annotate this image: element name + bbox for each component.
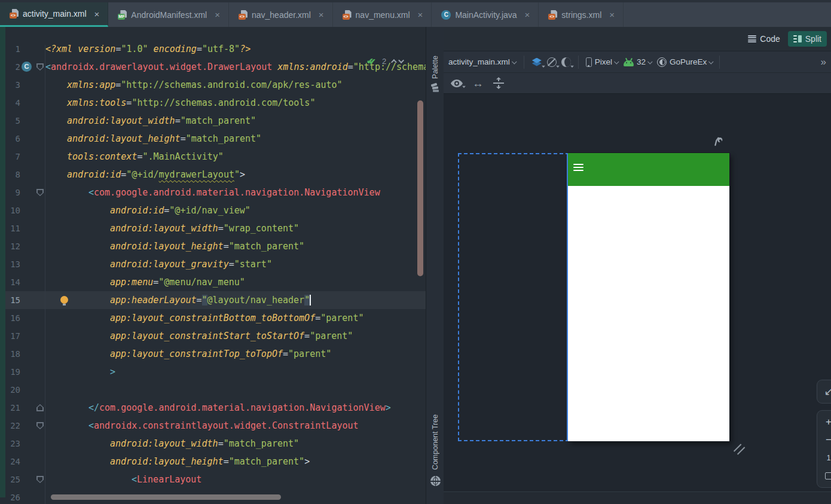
split-mode-button[interactable]: Split — [788, 31, 827, 47]
gutter — [20, 148, 45, 166]
code-line-12[interactable]: 12android:layout_height="match_parent" — [5, 237, 426, 255]
fold-marker-icon[interactable] — [36, 63, 44, 71]
pan-icon: ↙ — [824, 385, 831, 398]
layout-file-dropdown[interactable]: activity_main.xml — [448, 57, 517, 66]
intention-bulb-icon[interactable] — [60, 296, 68, 304]
code-editor[interactable]: 1<?xml version="1.0" encoding="utf-8"?>2… — [5, 27, 426, 504]
code-line-14[interactable]: 14app:menu="@menu/nav_menu" — [5, 273, 426, 291]
code-line-15[interactable]: 15app:headerLayout="@layout/nav_header" — [5, 291, 426, 309]
code-line-21[interactable]: 21</com.google.android.material.navigati… — [5, 399, 426, 417]
code-line-24[interactable]: 24android:layout_height="match_parent"> — [5, 453, 426, 471]
tab-nav-menu-xml[interactable]: <> nav_menu.xml × — [333, 2, 432, 27]
pan-view-button[interactable]: ↙ — [817, 380, 831, 404]
code-mode-button[interactable]: Code — [743, 31, 785, 47]
component-tree-tool-tab[interactable]: Component Tree — [426, 414, 444, 486]
close-icon[interactable]: × — [215, 10, 220, 19]
line-number: 19 — [5, 367, 20, 377]
code-line-17[interactable]: 17app:layout_constraintStart_toStartOf="… — [5, 327, 426, 345]
code-token: android:id — [67, 169, 121, 180]
code-token: < — [88, 420, 94, 431]
zoom-to-fit-button[interactable] — [817, 467, 831, 485]
code-line-8[interactable]: 8android:id="@+id/mydrawerLayout"> — [5, 166, 426, 184]
fold-marker-icon[interactable] — [36, 422, 44, 429]
code-line-13[interactable]: 13android:layout_gravity="start" — [5, 255, 426, 273]
code-text: app:headerLayout="@layout/nav_header" — [45, 291, 426, 309]
code-line-9[interactable]: 9<com.google.android.material.navigation… — [5, 184, 426, 201]
line-number: 3 — [5, 80, 20, 90]
code-line-6[interactable]: 6android:layout_height="match_parent" — [5, 130, 426, 148]
device-screen-preview[interactable] — [568, 153, 729, 441]
palette-tool-tab[interactable]: Palette — [426, 56, 444, 92]
orientation-dropdown[interactable] — [547, 57, 557, 67]
code-token: app:layout_constraintStart_toStartOf — [110, 331, 304, 341]
tab-mainactivity-java[interactable]: C MainActivity.java × — [432, 2, 539, 27]
tab-nav-header-xml[interactable]: <> nav_header.xml × — [229, 2, 333, 27]
code-line-18[interactable]: 18app:layout_constraintTop_toTopOf="pare… — [5, 345, 426, 363]
code-token: ?> — [240, 45, 250, 54]
chevron-down-icon — [708, 59, 713, 64]
zoom-in-button[interactable]: + — [817, 413, 831, 431]
code-line-16[interactable]: 16app:layout_constraintBottom_toBottomOf… — [5, 309, 426, 327]
line-number: 12 — [5, 242, 20, 251]
inspection-widget[interactable]: ✔✔ 2 — [366, 55, 404, 67]
wrench-icon[interactable] — [713, 136, 723, 148]
gutter: C — [20, 58, 45, 76]
code-line-5[interactable]: 5android:layout_width="match_parent" — [5, 112, 426, 130]
code-line-11[interactable]: 11android:layout_width="wrap_content" — [5, 219, 426, 237]
editor-horizontal-scrollbar[interactable] — [51, 494, 281, 500]
code-line-19[interactable]: 19> — [5, 363, 426, 381]
code-line-1[interactable]: 1<?xml version="1.0" encoding="utf-8"?> — [5, 45, 426, 58]
previous-problem-icon[interactable] — [391, 59, 397, 65]
code-line-25[interactable]: 25<LinearLayout — [5, 471, 426, 488]
horizontal-swap-button[interactable]: ↔ — [472, 78, 484, 89]
next-problem-icon[interactable] — [398, 57, 404, 63]
close-icon[interactable]: × — [319, 10, 324, 19]
tab-strings-xml[interactable]: <> strings.xml × — [539, 2, 624, 27]
api-level: 32 — [637, 57, 646, 66]
code-line-23[interactable]: 23android:layout_width="match_parent" — [5, 435, 426, 453]
java-class-icon: C — [441, 10, 451, 20]
night-mode-dropdown[interactable] — [561, 57, 571, 67]
close-icon[interactable]: × — [418, 10, 423, 19]
preview-resize-handle[interactable] — [732, 442, 747, 457]
code-line-22[interactable]: 22<androidx.constraintlayout.widget.Cons… — [5, 417, 426, 435]
preview-appbar[interactable] — [568, 153, 729, 186]
code-line-3[interactable]: 3xmlns:app="http://schemas.android.com/a… — [5, 76, 426, 94]
theme-dropdown[interactable]: GoPureEx — [657, 57, 713, 67]
code-token: "match_parent" — [229, 456, 304, 467]
layers-icon — [531, 57, 542, 67]
theme-name: GoPureEx — [670, 57, 707, 66]
tab-androidmanifest-xml[interactable]: MF AndroidManifest.xml × — [108, 2, 229, 27]
zoom-out-button[interactable]: − — [817, 431, 831, 449]
view-options-button[interactable] — [451, 80, 463, 87]
vertical-expand-button[interactable] — [493, 78, 504, 88]
code-line-10[interactable]: 10android:id="@+id/nav_view" — [5, 201, 426, 219]
gutter — [20, 363, 45, 381]
fold-marker-icon[interactable] — [36, 189, 44, 196]
close-icon[interactable]: × — [94, 10, 100, 19]
code-line-20[interactable]: 20 — [5, 381, 426, 399]
gutter — [20, 112, 45, 130]
toolbar-overflow-button[interactable]: » — [821, 56, 826, 68]
code-line-7[interactable]: 7tools:context=".MainActivity" — [5, 148, 426, 166]
design-surface-dropdown[interactable] — [531, 57, 542, 67]
code-line-4[interactable]: 4xmlns:tools="http://schemas.android.com… — [5, 94, 426, 112]
close-icon[interactable]: × — [609, 10, 615, 19]
tab-label: strings.xml — [561, 10, 601, 20]
navigation-view-selection[interactable] — [458, 153, 569, 441]
editor-vertical-scrollbar[interactable] — [417, 100, 423, 276]
close-icon[interactable]: × — [525, 10, 530, 19]
fold-marker-icon[interactable] — [36, 476, 44, 483]
code-token: androidx.constraintlayout.widget.Constra… — [94, 420, 359, 431]
hamburger-menu-icon[interactable] — [573, 164, 583, 171]
code-text: android:layout_height="match_parent" — [45, 237, 426, 255]
api-level-dropdown[interactable]: 32 — [624, 57, 652, 66]
fold-marker-icon[interactable] — [36, 404, 44, 411]
tab-activity-main-xml[interactable]: <> activity_main.xml × — [0, 2, 108, 27]
design-surface[interactable]: ↙ + − 1 — [444, 94, 831, 504]
line-number: 2 — [5, 62, 20, 72]
code-line-2[interactable]: 2C<androidx.drawerlayout.widget.DrawerLa… — [5, 58, 426, 76]
code-token: > — [304, 456, 310, 467]
device-dropdown[interactable]: Pixel — [586, 57, 619, 67]
class-gutter-icon[interactable]: C — [22, 62, 32, 72]
